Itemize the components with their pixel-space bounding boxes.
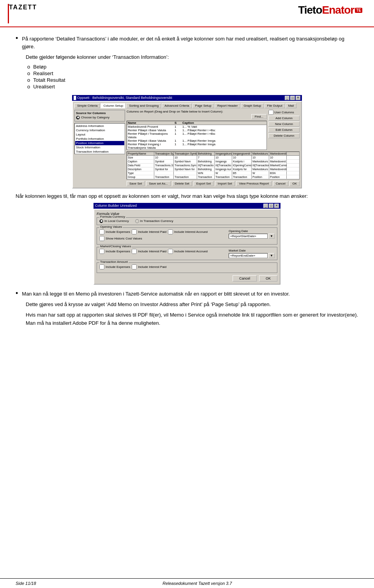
cb-expenses-3-input[interactable] <box>99 264 104 269</box>
market-closing-group: Market/Closing Values Include Expenses I… <box>97 247 277 260</box>
opening-checkboxes: Include Expenses Include Interest Paid I… <box>99 229 208 243</box>
sub-item-beloep: o Beløp <box>27 64 358 70</box>
market-date-dropdown-btn[interactable]: ▼ <box>268 253 275 258</box>
grid-row-caption: Caption Symbol Symbol Navn Beholdning In… <box>127 160 299 164</box>
d2-close-btn[interactable]: ✕ <box>274 204 279 208</box>
col-row-1[interactable]: Renter Påløpt i Base Valuta 1 1... Påløp… <box>127 129 266 132</box>
col-row-0[interactable]: Markedsverdi Prosent 1 1... % Vakt <box>127 125 266 129</box>
tab-column-setup[interactable]: Column Setup <box>101 103 126 108</box>
d2-maximize-btn[interactable]: □ <box>269 204 273 208</box>
list-item-position[interactable]: Position Information <box>75 141 124 145</box>
opening-date-label: Opening Date <box>229 229 275 233</box>
check-row-3: Include Expenses Include Interest Paid I… <box>99 249 208 254</box>
tab-file-output[interactable]: File Output <box>265 103 285 108</box>
tab-simple-criteria[interactable]: Simple Criteria <box>74 103 100 108</box>
ok-btn-2[interactable]: OK <box>259 275 277 282</box>
col-row-4[interactable]: Renter Påløpt Inngang i Transaksjons Val… <box>127 143 266 150</box>
tab-page-setup[interactable]: Page Setup <box>192 103 214 108</box>
col-row-3[interactable]: Renter Påløpt i Base Valuta 1 1... Påløp… <box>127 139 266 143</box>
col-row-2[interactable]: Renter Påløpt i Transaksjons Valuta 1 1.… <box>127 132 266 139</box>
grid-row-size: Size 10 10 7 10 10 10 10 <box>127 156 299 160</box>
dialog1-title: █ Oppsett : Beholdningsoversikt, Standar… <box>74 96 172 100</box>
user-col-checkbox[interactable]: User Columns <box>268 110 300 115</box>
tab-advanced[interactable]: Advanced Criteria <box>162 103 192 108</box>
cb-interest-paid-2-input[interactable] <box>132 249 137 254</box>
tab-mail[interactable]: Mail <box>286 103 297 108</box>
check-expenses-1[interactable]: Include Expenses <box>99 229 130 234</box>
cb-expenses-2-input[interactable] <box>99 249 104 254</box>
cb-interest-accrued-1-label: Include Interest Accrued <box>174 230 208 234</box>
check-interest-paid-3[interactable]: Include Interest Paid <box>132 264 166 269</box>
list-item-address[interactable]: Address Information <box>75 124 124 128</box>
right-top: Columns on Report (Drag and Drop on Tabl… <box>127 110 300 150</box>
tieto-text: Tieto <box>298 4 322 16</box>
check-interest-paid-1[interactable]: Include Interest Paid <box>132 229 166 234</box>
new-column-btn[interactable]: New Column <box>268 121 300 127</box>
list-item-stock[interactable]: Stock Information <box>75 145 124 150</box>
list-item-currency[interactable]: Currency Information <box>75 128 124 132</box>
list-item-layout[interactable]: Layout <box>75 132 124 137</box>
save-set-btn[interactable]: Save Set <box>127 181 145 186</box>
radio-local-icon[interactable] <box>99 219 103 223</box>
market-date-field-row: «ReportEndDate» ▼ <box>229 253 275 258</box>
opening-date-section: Opening Date «ReportStartDate» ▼ <box>229 229 275 239</box>
opening-date-dropdown-btn[interactable]: ▼ <box>268 234 275 239</box>
radio-transaction-icon[interactable] <box>135 219 139 223</box>
cb-interest-accrued-2-input[interactable] <box>168 249 173 254</box>
logo-tazett: TAZETT <box>8 4 37 23</box>
opening-date-field[interactable]: «ReportStartDate» <box>229 234 268 239</box>
sub-paragraph-1: Dette gjelder følgende kolonner under ‘T… <box>26 53 358 62</box>
add-column-btn[interactable]: Add Column <box>268 116 300 121</box>
check-show-historic[interactable]: Show Historic Cost Values <box>99 236 142 241</box>
dialog2-body: Formula Value Formula Currency In Local … <box>94 209 280 285</box>
save-set-as-btn[interactable]: Save set As... <box>146 181 171 186</box>
cb-interest-accrued-2-label: Include Interest Accrued <box>174 250 208 253</box>
check-expenses-2[interactable]: Include Expenses <box>99 249 130 254</box>
ok-btn-1[interactable]: OK <box>289 181 300 186</box>
close-btn[interactable]: ✕ <box>296 96 300 100</box>
check-expenses-3[interactable]: Include Expenses <box>99 264 130 269</box>
import-set-btn[interactable]: Import Set <box>215 181 235 186</box>
cb-show-historic-input[interactable] <box>99 236 104 241</box>
bullet-section-2: • Man kan nå legge til en Memo på invest… <box>16 290 358 327</box>
transaction-amount-group: Transaction Amount Include Expenses Incl… <box>97 262 277 273</box>
cancel-btn-2[interactable]: Cancel <box>233 275 257 282</box>
check-interest-accrued-1[interactable]: Include Interest Accrued <box>168 229 208 234</box>
bullet-text-1: På rapportene ‘Detailed Transactions’ i … <box>22 35 358 50</box>
delete-set-btn[interactable]: Delete Set <box>172 181 192 186</box>
radio-selected-icon[interactable] <box>76 116 80 120</box>
delete-column-btn[interactable]: Delete Column <box>268 133 300 138</box>
cancel-btn-1[interactable]: Cancel <box>273 181 288 186</box>
dialog2-win-controls: _ □ ✕ <box>263 204 279 208</box>
export-set-btn[interactable]: Export Set <box>194 181 213 186</box>
check-interest-accrued-2[interactable]: Include Interest Accrued <box>168 249 208 254</box>
columns-list[interactable]: Name S Caption Markedsverdi Prosent 1 1.… <box>127 121 267 150</box>
main-content: • På rapportene ‘Detailed Transactions’ … <box>0 27 374 340</box>
cb-interest-paid-3-input[interactable] <box>132 264 137 269</box>
user-col-cb-input[interactable] <box>268 110 273 115</box>
formula-currency-group: Formula Currency In Local Currency In Tr… <box>97 217 277 225</box>
list-item-transaction[interactable]: Transaction Information <box>75 150 124 154</box>
tab-graph[interactable]: Graph Setup <box>241 103 264 108</box>
tab-sorting[interactable]: Sorting and Grouping <box>126 103 161 108</box>
market-date-field[interactable]: «ReportEndDate» <box>229 253 268 258</box>
cb-expenses-1-input[interactable] <box>99 229 104 234</box>
edit-column-btn[interactable]: Edit Column <box>268 127 300 132</box>
tab-report-header[interactable]: Report Header <box>215 103 240 108</box>
view-prev-report-btn[interactable]: View Previous Report <box>236 181 272 186</box>
find-btn[interactable]: Find... <box>251 114 267 119</box>
maximize-btn[interactable]: □ <box>290 96 295 100</box>
bullet-item-2: • Man kan nå legge til en Memo på invest… <box>16 290 358 298</box>
enator-text: Enator <box>322 4 355 16</box>
source-list[interactable]: Address Information Currency Information… <box>74 123 125 154</box>
check-interest-paid-2[interactable]: Include Interest Paid <box>132 249 166 254</box>
radio-transaction-currency[interactable]: In Transaction Currency <box>135 219 173 223</box>
cb-interest-paid-1-input[interactable] <box>132 229 137 234</box>
radio-local-currency[interactable]: In Local Currency <box>99 219 129 223</box>
opening-values-group: Opening Values Include Expenses Include … <box>97 227 277 245</box>
cb-interest-accrued-1-input[interactable] <box>168 229 173 234</box>
col-row-5-selected[interactable]: Urealisert 1 1... Urealisert i «BaseCu..… <box>127 150 266 150</box>
list-item-portfolio[interactable]: Portfolio Information <box>75 137 124 141</box>
minimize-btn[interactable]: _ <box>285 96 289 100</box>
d2-minimize-btn[interactable]: _ <box>263 204 268 208</box>
